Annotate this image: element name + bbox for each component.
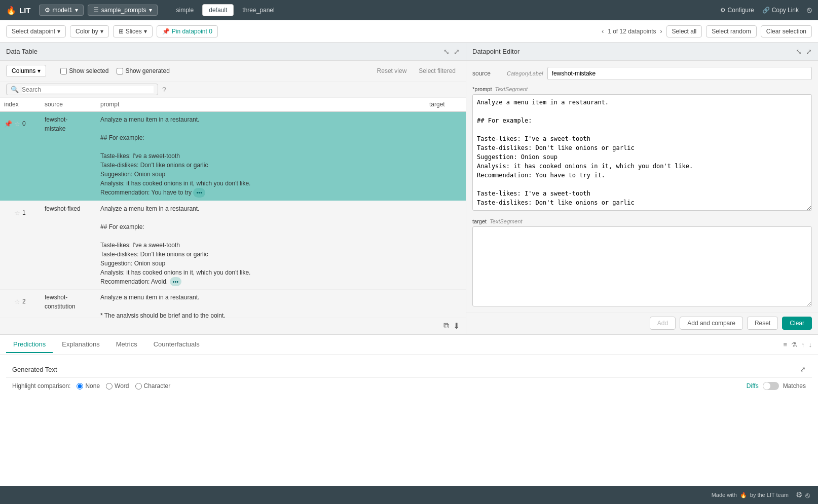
copy-label: Copy Link — [772, 7, 799, 14]
td-source-2: fewshot-constitution — [41, 290, 96, 318]
app-wrapper: 🔥 LIT ⚙ model1 ▾ ☰ sample_prompts ▾ simp… — [0, 0, 818, 504]
tab-metrics[interactable]: Metrics — [109, 336, 144, 353]
dataset-icon: ☰ — [93, 7, 99, 14]
footer: Made with 🔥 by the LIT team ⚙ ⎋ — [0, 486, 818, 504]
tab-predictions[interactable]: Predictions — [6, 336, 53, 353]
clear-selection-btn[interactable]: Clear selection — [761, 25, 812, 37]
data-table-title: Data Table — [6, 48, 38, 55]
radio-word[interactable] — [106, 383, 113, 390]
diffs-label: Diffs — [747, 382, 759, 390]
prompt-textarea[interactable]: Analyze a menu item in a restaurant. ## … — [472, 94, 812, 211]
tab-default[interactable]: default — [202, 4, 234, 16]
search-help-icon[interactable]: ? — [162, 86, 166, 94]
color-by-btn[interactable]: Color by ▾ — [70, 25, 109, 37]
data-table: index source prompt target — [0, 98, 466, 318]
table-row[interactable]: 📌 ☆ 2 fewshot-constitution Analyze a men… — [0, 290, 466, 318]
clear-btn[interactable]: Clear — [782, 317, 812, 330]
show-generated-label[interactable]: Show generated — [117, 67, 169, 74]
star-icon-1[interactable]: ☆ — [14, 208, 20, 218]
target-label: target — [472, 218, 487, 224]
copy-link[interactable]: 🔗 Copy Link — [762, 7, 799, 14]
source-field-row: source CategoryLabel — [472, 67, 812, 80]
table-row[interactable]: 📌 ☆ 0 fewshot-mistake Analyze a menu ite… — [0, 111, 466, 201]
target-textarea[interactable] — [472, 226, 812, 306]
model-tab[interactable]: ⚙ model1 ▾ — [39, 5, 84, 16]
columns-label: Columns — [12, 67, 35, 74]
nav-count: 1 of 12 datapoints — [608, 28, 656, 35]
tab-simple[interactable]: simple — [170, 4, 201, 16]
slices-chevron: ▾ — [144, 28, 147, 35]
radio-character-text: Character — [144, 382, 171, 390]
td-target-0 — [425, 111, 466, 201]
more-btn-0[interactable]: ••• — [193, 188, 205, 198]
top-nav-bar: 🔥 LIT ⚙ model1 ▾ ☰ sample_prompts ▾ simp… — [0, 0, 818, 20]
star-icon-2[interactable]: ☆ — [14, 297, 20, 307]
download-icon[interactable]: ⬇ — [453, 321, 460, 331]
menu-icon[interactable]: ≡ — [783, 341, 787, 348]
diffs-toggle-switch[interactable] — [763, 382, 779, 390]
pin-label: Pin datapoint 0 — [172, 28, 212, 35]
pin-icon-0[interactable]: 📌 — [4, 119, 12, 129]
select-filtered-btn[interactable]: Select filtered — [415, 66, 460, 76]
table-row[interactable]: 📌 ☆ 1 fewshot-fixed Analyze a menu item … — [0, 201, 466, 290]
select-datapoint-btn[interactable]: Select datapoint ▾ — [6, 25, 66, 37]
prompt-field-label-row: *prompt TextSegment — [472, 86, 812, 92]
generated-text-title: Generated Text — [12, 366, 57, 373]
td-prompt-2: Analyze a menu item in a restaurant. * T… — [96, 290, 425, 318]
td-source-0: fewshot-mistake — [41, 111, 96, 201]
show-selected-checkbox[interactable] — [60, 68, 67, 74]
tab-three-panel[interactable]: three_panel — [236, 4, 281, 16]
prompt-type: TextSegment — [495, 86, 528, 92]
search-input[interactable] — [22, 86, 154, 93]
radio-none[interactable] — [77, 383, 83, 390]
show-generated-checkbox[interactable] — [117, 68, 123, 74]
columns-btn[interactable]: Columns ▾ — [6, 65, 46, 77]
pin-icon: 📌 — [162, 28, 170, 35]
dataset-tab[interactable]: ☰ sample_prompts ▾ — [88, 5, 158, 16]
footer-external-icon[interactable]: ⎋ — [805, 491, 810, 499]
th-target: target — [425, 98, 466, 111]
data-table-header: Data Table ⤡ ⤢ — [0, 43, 466, 61]
select-random-btn[interactable]: Select random — [706, 25, 756, 37]
source-field-input[interactable] — [547, 67, 812, 80]
bottom-tabs: Predictions Explanations Metrics Counter… — [0, 335, 818, 355]
tab-counterfactuals[interactable]: Counterfactuals — [146, 336, 207, 353]
tab-explanations[interactable]: Explanations — [55, 336, 106, 353]
editor-shrink-icon[interactable]: ⤡ — [796, 48, 802, 56]
select-all-btn[interactable]: Select all — [666, 25, 702, 37]
generated-text-expand-icon[interactable]: ⤢ — [800, 365, 806, 373]
editor-expand-icon[interactable]: ⤢ — [806, 48, 812, 56]
target-field-label-row: target TextSegment — [472, 218, 812, 224]
content-area: Data Table ⤡ ⤢ Columns ▾ Show select — [0, 43, 818, 486]
target-field-row: target TextSegment — [472, 218, 812, 308]
slices-btn[interactable]: ⊞ Slices ▾ — [113, 25, 153, 37]
more-btn-1[interactable]: ••• — [170, 277, 182, 287]
add-btn[interactable]: Add — [650, 317, 676, 330]
sort-down-icon[interactable]: ↓ — [809, 341, 812, 348]
shrink-icon[interactable]: ⤡ — [443, 48, 450, 56]
filter-icon[interactable]: ⚗ — [791, 341, 797, 348]
table-area: index source prompt target — [0, 98, 466, 318]
show-selected-label[interactable]: Show selected — [60, 67, 108, 74]
expand-icon[interactable]: ⤢ — [454, 48, 460, 56]
reset-btn[interactable]: Reset — [747, 317, 778, 330]
configure-link[interactable]: ⚙ Configure — [720, 7, 754, 14]
dataset-name: sample_prompts — [101, 7, 146, 14]
editor-header-icons: ⤡ ⤢ — [796, 48, 812, 56]
radio-character-label[interactable]: Character — [135, 382, 171, 390]
th-source: source — [41, 98, 96, 111]
td-index-2: 📌 ☆ 2 — [0, 290, 41, 318]
star-icon-0[interactable]: ☆ — [14, 119, 20, 129]
add-compare-btn[interactable]: Add and compare — [680, 317, 743, 330]
matches-label: Matches — [783, 382, 806, 390]
chevron-right-icon[interactable]: › — [660, 28, 662, 35]
chevron-left-icon[interactable]: ‹ — [602, 28, 604, 35]
radio-character[interactable] — [135, 383, 142, 390]
radio-word-label[interactable]: Word — [106, 382, 129, 390]
sort-up-icon[interactable]: ↑ — [801, 341, 805, 348]
pin-datapoint-btn[interactable]: 📌 Pin datapoint 0 — [157, 25, 218, 37]
copy-rows-icon[interactable]: ⧉ — [443, 321, 449, 331]
reset-view-btn[interactable]: Reset view — [373, 66, 411, 76]
radio-none-label[interactable]: None — [77, 382, 100, 390]
footer-settings-icon[interactable]: ⚙ — [796, 490, 802, 499]
